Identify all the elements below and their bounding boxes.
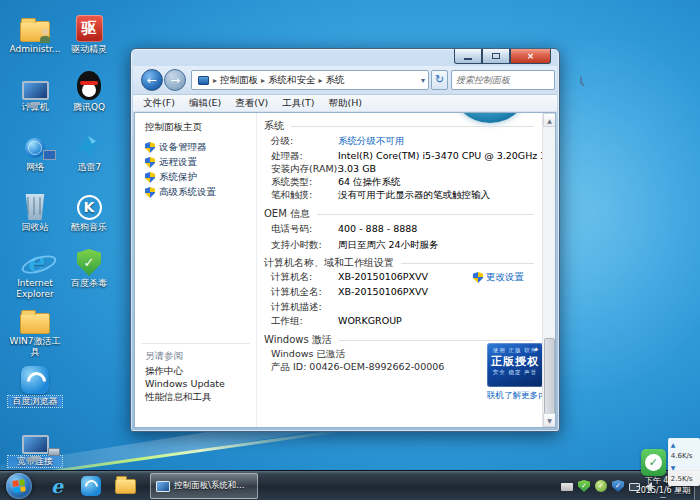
security-check-widget[interactable]: ✓ (641, 449, 666, 476)
desktop-icon-xunlei[interactable]: 迅雷7 (62, 126, 116, 173)
folder-icon (20, 313, 50, 334)
desktop-icon-computer[interactable]: 计算机 (8, 66, 62, 113)
tray-antivirus-shield-icon[interactable]: ✓ (578, 480, 590, 492)
breadcrumb-system[interactable]: 系统 (324, 74, 347, 87)
forward-button[interactable]: → (164, 69, 186, 91)
rating-link[interactable]: 系统分级不可用 (338, 135, 405, 148)
address-dropdown-icon[interactable]: ▾ (421, 76, 425, 85)
sidebar-item-action-center[interactable]: 操作中心 (145, 365, 183, 378)
back-button[interactable]: ← (141, 69, 163, 91)
uac-shield-icon (145, 172, 155, 183)
desktop: Administr... 计算机 网络 回收站 e Internet Explo… (0, 0, 700, 500)
sidebar-item-windows-update[interactable]: Windows Update (145, 378, 225, 389)
support-hours-value: 周日至周六 24小时服务 (338, 239, 439, 252)
taskbar-window-button[interactable]: 控制面板\系统和... (150, 473, 258, 499)
screen-icon (43, 150, 56, 160)
desktop-icon-kugou[interactable]: K 酷狗音乐 (62, 186, 116, 233)
desktop-icon-qq[interactable]: 腾讯QQ (62, 66, 116, 113)
desktop-icon-internet-explorer[interactable]: e Internet Explorer (8, 242, 62, 300)
sidebar-item-remote-settings[interactable]: 远程设置 (145, 156, 197, 169)
tray-message-icon[interactable] (561, 483, 573, 491)
menu-help[interactable]: 帮助(H) (328, 97, 362, 110)
folder-icon (20, 21, 50, 42)
desktop-icon-broadband[interactable]: 宽带连接 (8, 420, 62, 467)
breadcrumb-system-security[interactable]: 系统和安全 (266, 74, 318, 87)
desktop-icon-baidu-browser[interactable]: 百度浏览器 (8, 360, 62, 407)
phone-value: 400 - 888 - 8888 (338, 223, 417, 234)
tray-security-shield-icon[interactable]: ✓ (612, 480, 624, 492)
computer-fullname-value: XB-20150106PXVV (338, 286, 428, 297)
section-header-computer-name: 计算机名称、域和工作组设置 (264, 256, 534, 270)
menu-file[interactable]: 文件(F) (143, 97, 175, 110)
desktop-icon-baidu-antivirus[interactable]: ✓ 百度杀毒 (62, 242, 116, 289)
scroll-up-icon[interactable]: ▲ (543, 113, 556, 127)
desktop-icon-administrator[interactable]: Administr... (8, 8, 62, 55)
taskbar-baidu-browser-button[interactable] (78, 474, 104, 498)
menu-edit[interactable]: 编辑(E) (189, 97, 221, 110)
sidebar-item-label: 设备管理器 (159, 141, 207, 154)
sidebar: 控制面板主页 设备管理器 远程设置 系统保护 高级系统设置 (135, 113, 257, 427)
net-speed-widget: ✓ ▲ 4.6K/s ▼ 2.5K/s (641, 438, 700, 486)
search-input[interactable] (452, 75, 580, 85)
refresh-button[interactable]: ↻ (431, 70, 448, 90)
icon-label: 百度浏览器 (8, 396, 62, 407)
learn-more-link[interactable]: 联机了解更多内容... (487, 390, 542, 402)
icon-label: 酷狗音乐 (62, 222, 116, 233)
menu-view[interactable]: 查看(V) (235, 97, 268, 110)
icon-label: 迅雷7 (62, 162, 116, 173)
breadcrumb-control-panel[interactable]: 控制面板 (218, 74, 260, 87)
maximize-icon (492, 53, 500, 59)
window-icon (156, 481, 170, 492)
desktop-icon-network[interactable]: 网络 (8, 126, 62, 173)
menu-tools[interactable]: 工具(T) (282, 97, 314, 110)
baidu-browser-icon (81, 476, 101, 496)
pen-touch-value: 没有可用于此显示器的笔或触控输入 (338, 189, 490, 202)
ie-icon: e (51, 475, 63, 497)
sidebar-item-system-protection[interactable]: 系统保护 (145, 171, 197, 184)
upload-arrow-icon: ▲ (671, 441, 676, 448)
processor-value: Intel(R) Core(TM) i5-3470 CPU @ 3.20GHz … (338, 150, 542, 163)
desktop-icon-recycle-bin[interactable]: 回收站 (8, 186, 62, 233)
maximize-button[interactable] (482, 49, 510, 64)
sidebar-item-label: 远程设置 (159, 156, 197, 169)
address-bar[interactable]: ▸ 控制面板 ▸ 系统和安全 ▸ 系统 ▾ (191, 70, 429, 90)
sidebar-item-control-panel-home[interactable]: 控制面板主页 (145, 121, 202, 134)
change-settings-link[interactable]: 更改设置 (473, 271, 524, 284)
field-label: 计算机名: (271, 271, 312, 284)
net-speed-panel[interactable]: ▲ 4.6K/s ▼ 2.5K/s (668, 438, 700, 486)
close-button[interactable]: × (510, 49, 551, 64)
icon-label: 腾讯QQ (62, 102, 116, 113)
uac-shield-icon (145, 187, 155, 198)
scrollbar[interactable]: ▲ ▼ (542, 113, 555, 427)
tray-driver-icon[interactable]: ✓ (595, 480, 607, 492)
sidebar-item-performance-tools[interactable]: 性能信息和工具 (145, 391, 212, 404)
field-label: 计算机全名: (271, 286, 322, 299)
field-label: 计算机描述: (271, 301, 322, 314)
icon-label: 驱动精灵 (62, 44, 116, 55)
field-label: 电话号码: (271, 223, 312, 236)
modem-icon (48, 448, 60, 456)
sidebar-item-label: 高级系统设置 (159, 186, 216, 199)
navigation-bar: ← → ▸ 控制面板 ▸ 系统和安全 ▸ 系统 ▾ ↻ (133, 66, 557, 95)
uac-shield-icon (145, 157, 155, 168)
driver-genius-icon: 驱 (76, 15, 103, 42)
minimize-button[interactable] (454, 49, 482, 64)
icon-label: 百度杀毒 (62, 278, 116, 289)
computer-icon (22, 81, 49, 100)
taskbar-ie-button[interactable]: e (44, 474, 70, 498)
desktop-icon-win7-tools[interactable]: WIN7激活工具 (8, 300, 62, 358)
upload-speed: 4.6K/s (671, 452, 693, 460)
search-box[interactable] (451, 70, 555, 90)
search-icon (580, 76, 582, 84)
taskbar-explorer-button[interactable] (112, 474, 138, 498)
antivirus-shield-icon: ✓ (77, 249, 101, 276)
folder-icon (115, 479, 136, 494)
desktop-icon-driver-genius[interactable]: 驱 驱动精灵 (62, 8, 116, 55)
genuine-license-badge[interactable]: ✦ 使用 正版 软件 正版授权 安全 稳定 声誉 (487, 343, 542, 387)
sidebar-item-advanced-settings[interactable]: 高级系统设置 (145, 186, 216, 199)
sidebar-item-device-manager[interactable]: 设备管理器 (145, 141, 207, 154)
start-button[interactable] (6, 473, 32, 499)
icon-label: 网络 (8, 162, 62, 173)
windows-flag-icon (12, 479, 26, 493)
scroll-down-icon[interactable]: ▼ (543, 413, 556, 427)
